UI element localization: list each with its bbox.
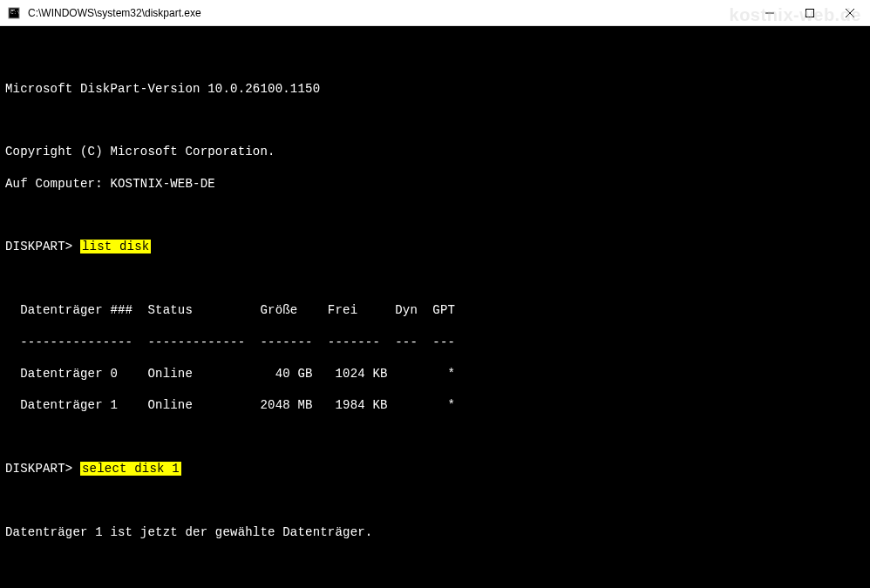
version-line: Microsoft DiskPart-Version 10.0.26100.11… [5, 81, 865, 97]
disk-table-row: Datenträger 0 Online 40 GB 1024 KB * [5, 366, 865, 382]
app-window: C:\ C:\WINDOWS\system32\diskpart.exe Mic… [0, 0, 870, 588]
blank-line [5, 492, 865, 508]
close-button[interactable] [830, 0, 870, 25]
blank-line [5, 271, 865, 287]
prompt: DISKPART> [5, 462, 80, 476]
copyright-line: Copyright (C) Microsoft Corporation. [5, 144, 865, 159]
window-title: C:\WINDOWS\system32\diskpart.exe [28, 7, 750, 19]
prompt-line-1: DISKPART> list disk [5, 239, 865, 254]
minimize-button[interactable] [750, 0, 790, 25]
blank-line [5, 112, 865, 128]
app-icon: C:\ [7, 6, 21, 20]
window-controls [750, 0, 870, 25]
command-select-disk: select disk 1 [80, 462, 181, 476]
blank-line [5, 207, 865, 223]
blank-line [5, 556, 865, 571]
maximize-button[interactable] [790, 0, 830, 25]
prompt-line-2: DISKPART> select disk 1 [5, 461, 865, 476]
disk-table-header: Datenträger ### Status Größe Frei Dyn GP… [5, 302, 865, 318]
select-response: Datenträger 1 ist jetzt der gewählte Dat… [5, 524, 865, 540]
computer-line: Auf Computer: KOSTNIX-WEB-DE [5, 176, 865, 192]
svg-rect-4 [806, 9, 814, 17]
blank-line [5, 429, 865, 445]
svg-text:C:\: C:\ [10, 10, 20, 16]
titlebar[interactable]: C:\ C:\WINDOWS\system32\diskpart.exe [0, 0, 870, 26]
blank-line [5, 49, 865, 64]
disk-table-row: Datenträger 1 Online 2048 MB 1984 KB * [5, 397, 865, 413]
disk-table-divider: --------------- ------------- ------- --… [5, 335, 865, 350]
prompt: DISKPART> [5, 240, 80, 253]
command-list-disk: list disk [80, 240, 151, 253]
terminal-output[interactable]: Microsoft DiskPart-Version 10.0.26100.11… [0, 26, 870, 588]
